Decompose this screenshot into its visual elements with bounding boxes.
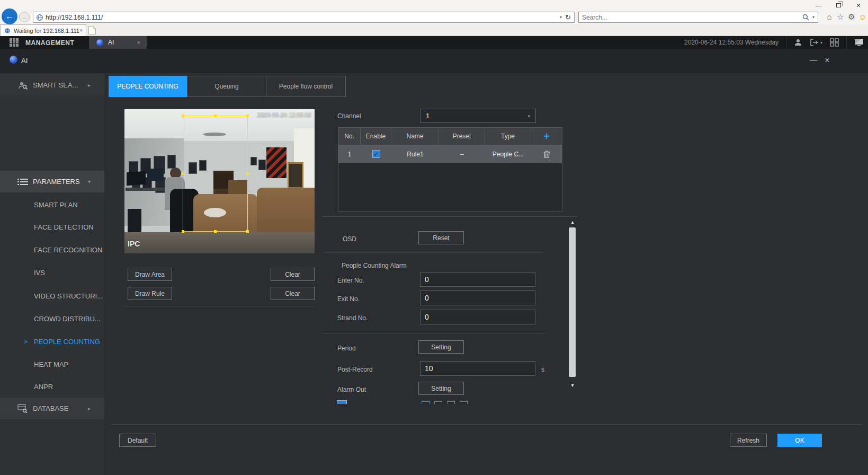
search-input[interactable] <box>579 14 802 21</box>
browser-restore-button[interactable] <box>829 0 847 11</box>
clipped-option-box[interactable] <box>447 401 455 404</box>
rule-handle[interactable] <box>182 115 184 117</box>
period-setting-button[interactable]: Setting <box>418 340 464 354</box>
sidebar-item-smart-plan[interactable]: SMART PLAN <box>0 194 104 216</box>
back-icon: ← <box>5 12 14 21</box>
sidebar-item-crowd-distribution[interactable]: CROWD DISTRIBU... <box>0 308 104 330</box>
channel-select[interactable]: 1 ▾ <box>420 109 536 123</box>
rule-handle[interactable] <box>246 115 249 117</box>
settings-gear-icon[interactable]: ⚙ <box>846 12 857 22</box>
smiley-feedback-icon[interactable]: ☺ <box>857 12 868 21</box>
sidebar-item-anpr[interactable]: ANPR <box>0 376 104 398</box>
tab-queuing[interactable]: Queuing <box>187 76 266 97</box>
apps-grid-icon[interactable] <box>10 38 19 47</box>
sidebar-item-database[interactable]: DATABASE ▸ <box>0 398 104 419</box>
rule-name: Rule1 <box>391 145 439 163</box>
sidebar-item-face-detection[interactable]: FACE DETECTION <box>0 216 104 238</box>
clear-rule-button[interactable]: Clear <box>271 287 315 300</box>
rule-enable-checkbox[interactable]: ✓ <box>372 150 380 158</box>
scrollbar[interactable]: ▴ ▾ <box>568 218 577 393</box>
clear-area-button[interactable]: Clear <box>271 268 315 281</box>
sidebar-item-smart-search[interactable]: SMART SEA... ▸ <box>0 74 104 96</box>
sidebar-item-parameters[interactable]: PARAMETERS ▾ <box>0 171 104 192</box>
refresh-button[interactable]: Refresh <box>730 434 767 447</box>
new-tab-button[interactable] <box>88 26 96 34</box>
settings-scroll-area: OSD Reset People Counting Alarm Enter No… <box>322 216 577 404</box>
enter-no-input[interactable] <box>420 272 535 287</box>
url-dropdown-caret-icon[interactable]: ▾ <box>560 15 562 20</box>
management-tab-close-icon[interactable]: × <box>137 39 140 46</box>
sidebar-item-video-structuring[interactable]: VIDEO STRUCTURI... <box>0 285 104 307</box>
home-icon[interactable]: ⌂ <box>824 12 835 21</box>
video-preview[interactable]: 2020-06-24 12:55:02 IPC <box>124 109 315 253</box>
sidebar-item-label: FACE DETECTION <box>34 223 94 231</box>
sidebar-item-label: FACE RECOGNITION <box>34 246 102 254</box>
back-button[interactable]: ← <box>2 8 17 24</box>
osd-reset-button[interactable]: Reset <box>418 231 464 244</box>
rule-handle[interactable] <box>182 230 184 233</box>
management-tab-ai[interactable]: AI × <box>89 36 147 49</box>
counting-rule-rectangle[interactable] <box>183 116 248 232</box>
qr-code-icon[interactable] <box>830 38 839 47</box>
search-icon[interactable] <box>802 14 809 21</box>
tab-people-flow-control[interactable]: People flow control <box>266 76 346 97</box>
browser-navbar: ← → ▾ ↻ ▾ ⌂ ☆ ⚙ ☺ <box>0 11 868 24</box>
refresh-page-icon[interactable]: ↻ <box>565 13 571 21</box>
sidebar-item-ivs[interactable]: IVS <box>0 262 104 284</box>
table-row[interactable]: 1 ✓ Rule1 -- People C... <box>338 145 562 163</box>
draw-area-button[interactable]: Draw Area <box>128 268 172 281</box>
strand-no-input[interactable] <box>420 310 535 324</box>
add-rule-button[interactable]: + <box>543 130 550 143</box>
display-monitor-icon[interactable] <box>854 38 864 47</box>
sidebar-item-label: DATABASE <box>33 404 68 412</box>
channel-value: 1 <box>426 112 527 120</box>
forward-button[interactable]: → <box>19 12 30 22</box>
browser-minimize-button[interactable]: — <box>809 0 827 11</box>
scrollbar-thumb[interactable] <box>569 227 576 377</box>
ai-close-button[interactable]: × <box>822 56 833 65</box>
browser-titlebar: — × <box>0 0 868 11</box>
default-button[interactable]: Default <box>119 434 156 447</box>
rule-handle[interactable] <box>214 115 217 117</box>
browser-close-button[interactable]: × <box>849 0 867 11</box>
chevron-down-icon: ▾ <box>527 113 530 119</box>
logout-icon[interactable]: ▾ <box>810 38 822 47</box>
scroll-down-icon[interactable]: ▾ <box>568 381 577 390</box>
search-caret-icon[interactable]: ▾ <box>812 15 815 20</box>
draw-rule-button[interactable]: Draw Rule <box>128 287 172 300</box>
ok-button[interactable]: OK <box>777 434 822 447</box>
search-box[interactable]: ▾ <box>578 12 818 23</box>
delete-rule-trash-icon[interactable] <box>543 150 551 159</box>
divider <box>846 36 847 49</box>
clipped-option-box[interactable] <box>434 401 442 404</box>
favorites-star-icon[interactable]: ☆ <box>835 12 846 22</box>
sidebar-item-people-counting[interactable]: > PEOPLE COUNTING <box>0 331 104 353</box>
tab-close-icon[interactable]: × <box>79 28 83 33</box>
clipped-option-box[interactable] <box>460 401 468 404</box>
scroll-up-icon[interactable]: ▴ <box>568 218 577 226</box>
post-record-input[interactable] <box>420 361 535 376</box>
strand-no-label: Strand No. <box>337 314 368 322</box>
user-icon[interactable] <box>794 38 802 47</box>
rule-handle[interactable] <box>182 172 184 175</box>
col-type: Type <box>485 128 531 145</box>
alarm-out-setting-button[interactable]: Setting <box>418 382 464 395</box>
browser-tab[interactable]: Waiting for 192.168.1.111 × <box>0 24 86 36</box>
management-label[interactable]: MANAGEMENT <box>25 39 74 47</box>
browser-tab-strip: Waiting for 192.168.1.111 × <box>0 24 868 36</box>
url-input[interactable] <box>43 14 560 21</box>
url-bar[interactable]: ▾ ↻ <box>33 12 575 23</box>
ai-favicon-sphere-icon <box>96 39 103 46</box>
sidebar-item-face-recognition[interactable]: FACE RECOGNITION <box>0 239 104 261</box>
clipped-checkbox[interactable] <box>337 400 347 404</box>
tab-people-counting[interactable]: PEOPLE COUNTING <box>109 76 187 97</box>
database-icon <box>17 404 29 413</box>
scene-frame <box>250 157 257 165</box>
rule-handle[interactable] <box>246 230 249 233</box>
clipped-option-box[interactable] <box>422 401 429 404</box>
sidebar-item-heat-map[interactable]: HEAT MAP <box>0 354 104 375</box>
rule-handle[interactable] <box>214 230 217 233</box>
exit-no-input[interactable] <box>420 291 535 305</box>
ai-minimize-button[interactable]: — <box>808 56 819 64</box>
rule-handle[interactable] <box>246 172 249 175</box>
